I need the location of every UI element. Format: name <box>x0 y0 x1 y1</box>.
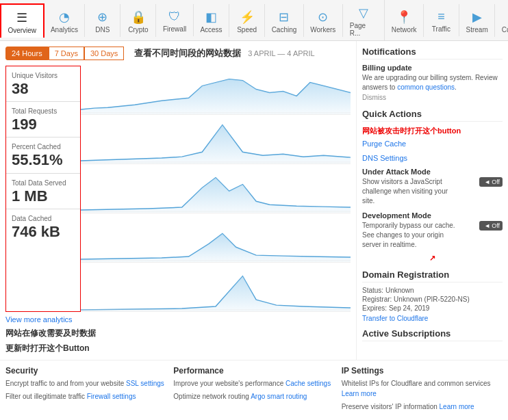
overview-icon: ☰ <box>16 10 27 25</box>
nav-item-dns[interactable]: ⊕ DNS <box>85 4 120 37</box>
domain-reg-title: Domain Registration <box>362 270 503 283</box>
right-panel: Notifications Billing update We are upgr… <box>356 41 508 360</box>
ip-learn-more-2[interactable]: Learn more <box>440 403 474 410</box>
analytics-icon: ◔ <box>59 10 70 25</box>
nav-label-page-rules: Page R... <box>350 22 378 37</box>
performance-section: Performance Improve your website's perfo… <box>173 366 334 412</box>
nav-label-speed: Speed <box>237 26 257 34</box>
nav-label-overview: Overview <box>8 27 36 34</box>
under-attack-text: Show visitors a JavaScript challenge whe… <box>362 177 458 206</box>
nav-item-workers[interactable]: ⊙ Workers <box>304 4 343 37</box>
main-content: 24 Hours 7 Days 30 Days 查看不同时间段的网站数据 3 A… <box>0 41 508 360</box>
nav-item-custom[interactable]: ⚙ Custom... <box>495 4 508 37</box>
nav-item-analytics[interactable]: ◔ Analytics <box>45 4 86 37</box>
chart-percent-cached <box>81 164 351 213</box>
quick-actions-section: Quick Actions 网站被攻击时打开这个button Purge Cac… <box>362 109 503 263</box>
chinese-note-attack: 网站被攻击时打开这个button <box>362 126 503 136</box>
notifications-title: Notifications <box>362 47 503 60</box>
ip-settings-section: IP Settings Whitelist IPs for Cloudflare… <box>342 366 503 412</box>
stat-label-dc: Data Cached <box>12 215 75 222</box>
stat-label-ds: Total Data Served <box>12 179 75 187</box>
chart-total-requests <box>81 115 351 164</box>
domain-status: Status: Unknown <box>362 287 503 294</box>
page-rules-icon: ▽ <box>359 5 368 21</box>
nav-label-dns: DNS <box>95 26 110 34</box>
time-btn-24h[interactable]: 24 Hours <box>5 47 49 60</box>
common-questions-link[interactable]: common questions <box>397 83 455 91</box>
dismiss-button[interactable]: Dismiss <box>362 94 386 101</box>
caching-icon: ⊟ <box>279 10 289 25</box>
nav-item-crypto[interactable]: 🔒 Crypto <box>120 4 156 37</box>
stat-label-pc: Percent Cached <box>12 143 75 150</box>
dns-settings-link[interactable]: DNS Settings <box>362 154 407 162</box>
nav-item-firewall[interactable]: 🛡 Firewall <box>156 4 193 36</box>
stat-total-requests: Total Requests 199 <box>6 102 80 137</box>
nav-label-traffic: Traffic <box>432 25 450 33</box>
under-attack-section: Under Attack Mode Show visitors a JavaSc… <box>362 168 503 206</box>
time-btn-7d[interactable]: 7 Days <box>49 47 84 60</box>
toggle-arrow-left-2: ◄ <box>484 222 490 229</box>
nav-item-network[interactable]: 📍 Network <box>385 4 424 37</box>
nav-item-page-rules[interactable]: ▽ Page R... <box>343 0 385 40</box>
time-filter-bar: 24 Hours 7 Days 30 Days 查看不同时间段的网站数据 3 A… <box>5 47 351 60</box>
security-title: Security <box>5 366 166 376</box>
nav-items: ☰ Overview ◔ Analytics ⊕ DNS 🔒 Crypto 🛡 … <box>0 0 508 40</box>
argo-link[interactable]: Argo smart routing <box>251 393 307 400</box>
under-attack-row: Show visitors a JavaScript challenge whe… <box>362 177 503 206</box>
traffic-icon: ≡ <box>437 10 445 24</box>
access-icon: ◧ <box>205 10 217 25</box>
charts-column <box>81 66 351 312</box>
nav-item-stream[interactable]: ▶ Stream <box>459 4 495 37</box>
under-attack-title: Under Attack Mode <box>362 168 503 176</box>
nav-label-workers: Workers <box>310 26 335 34</box>
cache-settings-link[interactable]: Cache settings <box>285 380 331 387</box>
dev-mode-toggle[interactable]: ◄ Off <box>479 221 503 231</box>
nav-label-crypto: Crypto <box>128 26 148 34</box>
workers-icon: ⊙ <box>318 10 328 25</box>
dev-mode-section: Development Mode Temporarily bypass our … <box>362 211 503 250</box>
arrow-indicator: ↗ <box>362 254 503 263</box>
dev-mode-toggle-label: Off <box>492 222 500 229</box>
ip-settings-title: IP Settings <box>342 366 503 376</box>
nav-label-custom: Custom... <box>502 26 508 34</box>
chinese-note-2-line1: 网站在修改需要及时数据 <box>5 328 351 339</box>
performance-text2: Optimize network routing Argo smart rout… <box>173 391 334 402</box>
nav-item-traffic[interactable]: ≡ Traffic <box>424 4 459 36</box>
security-section: Security Encrypt traffic to and from you… <box>5 366 166 412</box>
firewall-settings-link[interactable]: Firewall settings <box>87 393 136 400</box>
nav-item-access[interactable]: ◧ Access <box>194 4 229 37</box>
toggle-arrow-left: ◄ <box>484 179 490 185</box>
under-attack-toggle-label: Off <box>492 179 500 185</box>
ip-learn-more-1[interactable]: Learn more <box>342 390 377 397</box>
network-icon: 📍 <box>396 10 411 25</box>
transfer-cloudflare-link[interactable]: Transfer to Cloudflare <box>362 315 428 322</box>
bottom-sections: Security Encrypt traffic to and from you… <box>0 360 508 417</box>
left-panel: 24 Hours 7 Days 30 Days 查看不同时间段的网站数据 3 A… <box>0 41 356 360</box>
nav-label-analytics: Analytics <box>51 26 78 34</box>
stat-data-served: Total Data Served 1 MB <box>6 174 80 209</box>
firewall-icon: 🛡 <box>168 10 181 24</box>
nav-label-firewall: Firewall <box>163 25 186 33</box>
billing-title: Billing update <box>362 64 503 72</box>
domain-registrar: Registrar: Unknown (PIR-5220-NS) <box>362 296 503 303</box>
nav-label-access: Access <box>200 26 222 34</box>
top-navigation: ☰ Overview ◔ Analytics ⊕ DNS 🔒 Crypto 🛡 … <box>0 0 508 41</box>
stat-percent-cached: Percent Cached 55.51% <box>6 137 80 173</box>
nav-item-overview[interactable]: ☰ Overview <box>0 3 45 38</box>
stat-unique-visitors: Unique Visitors 38 <box>6 66 80 102</box>
nav-item-speed[interactable]: ⚡ Speed <box>229 4 265 37</box>
speed-icon: ⚡ <box>240 10 255 25</box>
time-btn-30d[interactable]: 30 Days <box>84 47 124 60</box>
stats-charts-container: Unique Visitors 38 Total Requests 199 Pe… <box>5 66 351 312</box>
security-text2: Filter out illegitimate traffic Firewall… <box>5 391 166 402</box>
ip-text2: Preserve visitors' IP information Learn … <box>342 402 503 412</box>
view-more-analytics[interactable]: View more analytics <box>5 315 73 324</box>
dev-mode-title: Development Mode <box>362 211 503 220</box>
under-attack-toggle[interactable]: ◄ Off <box>479 177 503 187</box>
active-sub-title: Active Subscriptions <box>362 328 503 341</box>
purge-cache-button[interactable]: Purge Cache <box>362 140 406 148</box>
performance-title: Performance <box>173 366 334 376</box>
nav-item-caching[interactable]: ⊟ Caching <box>265 4 304 37</box>
quick-actions-title: Quick Actions <box>362 109 503 122</box>
ssl-settings-link[interactable]: SSL settings <box>126 380 164 387</box>
